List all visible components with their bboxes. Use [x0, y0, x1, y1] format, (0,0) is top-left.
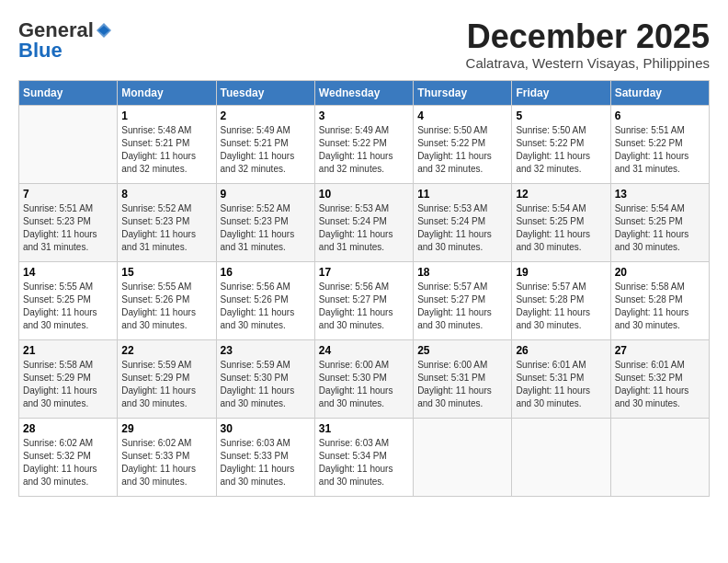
- day-number: 15: [121, 266, 211, 279]
- weekday-header-row: SundayMondayTuesdayWednesdayThursdayFrid…: [19, 80, 710, 105]
- day-number: 24: [319, 344, 409, 357]
- day-number: 4: [417, 109, 507, 122]
- day-number: 1: [121, 109, 211, 122]
- week-row-2: 7Sunrise: 5:51 AMSunset: 5:23 PMDaylight…: [19, 183, 710, 261]
- day-info: Sunrise: 6:01 AMSunset: 5:31 PMDaylight:…: [516, 359, 606, 410]
- day-number: 13: [615, 188, 705, 201]
- day-info: Sunrise: 5:53 AMSunset: 5:24 PMDaylight:…: [417, 202, 507, 254]
- weekday-header-sunday: Sunday: [19, 80, 118, 105]
- calendar-cell: 28Sunrise: 6:02 AMSunset: 5:32 PMDayligh…: [19, 418, 118, 496]
- day-number: 8: [121, 188, 211, 201]
- day-number: 21: [23, 344, 113, 357]
- logo-blue: Blue: [18, 39, 63, 63]
- week-row-3: 14Sunrise: 5:55 AMSunset: 5:25 PMDayligh…: [19, 261, 710, 339]
- day-info: Sunrise: 6:01 AMSunset: 5:32 PMDaylight:…: [615, 359, 705, 410]
- calendar-cell: 24Sunrise: 6:00 AMSunset: 5:30 PMDayligh…: [314, 339, 413, 418]
- calendar-cell: 22Sunrise: 5:59 AMSunset: 5:29 PMDayligh…: [118, 339, 216, 418]
- calendar-cell: 31Sunrise: 6:03 AMSunset: 5:34 PMDayligh…: [314, 418, 413, 496]
- calendar-cell: 19Sunrise: 5:57 AMSunset: 5:28 PMDayligh…: [512, 261, 610, 339]
- calendar-cell: [512, 418, 610, 496]
- month-title: December 2025: [466, 18, 710, 55]
- day-info: Sunrise: 6:03 AMSunset: 5:34 PMDaylight:…: [319, 437, 409, 488]
- calendar-cell: 15Sunrise: 5:55 AMSunset: 5:26 PMDayligh…: [118, 261, 216, 339]
- day-info: Sunrise: 5:58 AMSunset: 5:28 PMDaylight:…: [615, 281, 705, 332]
- title-block: December 2025 Calatrava, Western Visayas…: [466, 18, 710, 71]
- day-number: 22: [121, 344, 211, 357]
- day-number: 29: [121, 422, 211, 435]
- day-number: 18: [417, 266, 507, 279]
- calendar-cell: 13Sunrise: 5:54 AMSunset: 5:25 PMDayligh…: [610, 183, 709, 261]
- calendar-cell: [610, 418, 709, 496]
- calendar-cell: 4Sunrise: 5:50 AMSunset: 5:22 PMDaylight…: [414, 105, 512, 183]
- day-number: 10: [319, 188, 409, 201]
- day-number: 12: [516, 188, 606, 201]
- day-number: 30: [221, 422, 311, 435]
- day-info: Sunrise: 6:03 AMSunset: 5:33 PMDaylight:…: [221, 437, 311, 488]
- day-info: Sunrise: 5:53 AMSunset: 5:24 PMDaylight:…: [319, 202, 409, 254]
- day-info: Sunrise: 6:02 AMSunset: 5:33 PMDaylight:…: [121, 437, 211, 488]
- page-header: General Blue December 2025 Calatrava, We…: [18, 18, 710, 71]
- weekday-header-thursday: Thursday: [414, 80, 512, 105]
- day-number: 31: [319, 422, 409, 435]
- day-info: Sunrise: 5:57 AMSunset: 5:28 PMDaylight:…: [516, 281, 606, 332]
- calendar-cell: 20Sunrise: 5:58 AMSunset: 5:28 PMDayligh…: [610, 261, 709, 339]
- day-info: Sunrise: 5:49 AMSunset: 5:21 PMDaylight:…: [221, 124, 311, 176]
- calendar-cell: 5Sunrise: 5:50 AMSunset: 5:22 PMDaylight…: [512, 105, 610, 183]
- calendar-cell: 7Sunrise: 5:51 AMSunset: 5:23 PMDaylight…: [19, 183, 118, 261]
- day-info: Sunrise: 5:51 AMSunset: 5:23 PMDaylight:…: [23, 202, 113, 254]
- day-info: Sunrise: 5:59 AMSunset: 5:29 PMDaylight:…: [121, 359, 211, 410]
- day-info: Sunrise: 5:58 AMSunset: 5:29 PMDaylight:…: [23, 359, 113, 410]
- day-info: Sunrise: 5:48 AMSunset: 5:21 PMDaylight:…: [121, 124, 211, 176]
- logo-icon: [95, 21, 113, 40]
- calendar-cell: 23Sunrise: 5:59 AMSunset: 5:30 PMDayligh…: [216, 339, 314, 418]
- day-info: Sunrise: 5:52 AMSunset: 5:23 PMDaylight:…: [121, 202, 211, 254]
- calendar-table: SundayMondayTuesdayWednesdayThursdayFrid…: [18, 80, 710, 497]
- day-number: 9: [221, 188, 311, 201]
- weekday-header-wednesday: Wednesday: [314, 80, 413, 105]
- day-number: 19: [516, 266, 606, 279]
- day-info: Sunrise: 5:55 AMSunset: 5:25 PMDaylight:…: [23, 281, 113, 332]
- calendar-cell: [414, 418, 512, 496]
- calendar-cell: 3Sunrise: 5:49 AMSunset: 5:22 PMDaylight…: [314, 105, 413, 183]
- day-info: Sunrise: 5:52 AMSunset: 5:23 PMDaylight:…: [221, 202, 311, 254]
- calendar-cell: 10Sunrise: 5:53 AMSunset: 5:24 PMDayligh…: [314, 183, 413, 261]
- day-number: 3: [319, 109, 409, 122]
- day-number: 23: [221, 344, 311, 357]
- calendar-cell: 2Sunrise: 5:49 AMSunset: 5:21 PMDaylight…: [216, 105, 314, 183]
- calendar-cell: 11Sunrise: 5:53 AMSunset: 5:24 PMDayligh…: [414, 183, 512, 261]
- week-row-4: 21Sunrise: 5:58 AMSunset: 5:29 PMDayligh…: [19, 339, 710, 418]
- calendar-cell: 25Sunrise: 6:00 AMSunset: 5:31 PMDayligh…: [414, 339, 512, 418]
- calendar-cell: 18Sunrise: 5:57 AMSunset: 5:27 PMDayligh…: [414, 261, 512, 339]
- calendar-cell: [19, 105, 118, 183]
- day-info: Sunrise: 5:50 AMSunset: 5:22 PMDaylight:…: [516, 124, 606, 176]
- calendar-cell: 1Sunrise: 5:48 AMSunset: 5:21 PMDaylight…: [118, 105, 216, 183]
- calendar-cell: 6Sunrise: 5:51 AMSunset: 5:22 PMDaylight…: [610, 105, 709, 183]
- day-info: Sunrise: 5:54 AMSunset: 5:25 PMDaylight:…: [516, 202, 606, 254]
- day-number: 17: [319, 266, 409, 279]
- day-info: Sunrise: 5:56 AMSunset: 5:27 PMDaylight:…: [319, 281, 409, 332]
- logo: General Blue: [18, 18, 114, 63]
- day-info: Sunrise: 6:02 AMSunset: 5:32 PMDaylight:…: [23, 437, 113, 488]
- day-info: Sunrise: 5:57 AMSunset: 5:27 PMDaylight:…: [417, 281, 507, 332]
- day-number: 16: [221, 266, 311, 279]
- calendar-cell: 9Sunrise: 5:52 AMSunset: 5:23 PMDaylight…: [216, 183, 314, 261]
- day-number: 5: [516, 109, 606, 122]
- day-info: Sunrise: 5:50 AMSunset: 5:22 PMDaylight:…: [417, 124, 507, 176]
- calendar-cell: 8Sunrise: 5:52 AMSunset: 5:23 PMDaylight…: [118, 183, 216, 261]
- calendar-cell: 27Sunrise: 6:01 AMSunset: 5:32 PMDayligh…: [610, 339, 709, 418]
- day-number: 20: [615, 266, 705, 279]
- weekday-header-saturday: Saturday: [610, 80, 709, 105]
- week-row-1: 1Sunrise: 5:48 AMSunset: 5:21 PMDaylight…: [19, 105, 710, 183]
- day-info: Sunrise: 5:56 AMSunset: 5:26 PMDaylight:…: [221, 281, 311, 332]
- day-number: 2: [221, 109, 311, 122]
- calendar-cell: 14Sunrise: 5:55 AMSunset: 5:25 PMDayligh…: [19, 261, 118, 339]
- day-info: Sunrise: 6:00 AMSunset: 5:30 PMDaylight:…: [319, 359, 409, 410]
- calendar-cell: 30Sunrise: 6:03 AMSunset: 5:33 PMDayligh…: [216, 418, 314, 496]
- weekday-header-friday: Friday: [512, 80, 610, 105]
- day-info: Sunrise: 6:00 AMSunset: 5:31 PMDaylight:…: [417, 359, 507, 410]
- day-info: Sunrise: 5:59 AMSunset: 5:30 PMDaylight:…: [221, 359, 311, 410]
- calendar-cell: 17Sunrise: 5:56 AMSunset: 5:27 PMDayligh…: [314, 261, 413, 339]
- day-number: 28: [23, 422, 113, 435]
- calendar-cell: 29Sunrise: 6:02 AMSunset: 5:33 PMDayligh…: [118, 418, 216, 496]
- calendar-cell: 16Sunrise: 5:56 AMSunset: 5:26 PMDayligh…: [216, 261, 314, 339]
